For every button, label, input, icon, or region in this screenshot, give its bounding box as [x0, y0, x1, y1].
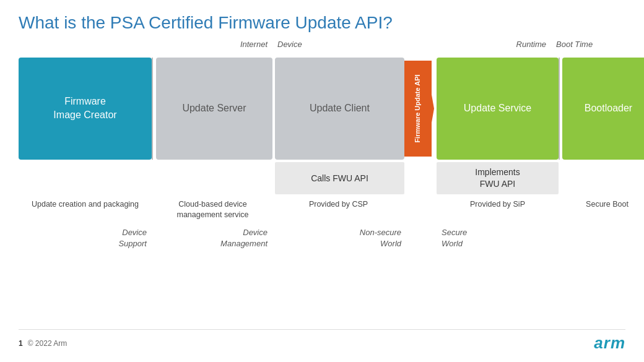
- bl-empty-2: [560, 227, 644, 249]
- bottom-device-mgmt: DeviceManagement: [153, 227, 272, 249]
- box-update-client: Update Client: [275, 58, 404, 160]
- slide: What is the PSA Certified Firmware Updat…: [0, 0, 644, 362]
- desc-server: Cloud-based device management service: [153, 199, 272, 221]
- zone-runtime-label: Runtime: [421, 40, 551, 55]
- zone-empty-2: [402, 40, 421, 55]
- update-client-label: Update Client: [310, 103, 370, 114]
- fwu-api-box: Firmware Update API: [404, 58, 432, 160]
- svg-text:Firmware Update API: Firmware Update API: [414, 74, 421, 142]
- calls-empty-4: [560, 162, 644, 194]
- desc-empty: [404, 199, 432, 221]
- bottom-secure-world: SecureWorld: [437, 227, 559, 249]
- bottom-labels-row: DeviceSupport DeviceManagement Non-secur…: [19, 227, 625, 249]
- diagram: Internet Device Runtime Boot Time Firmwa…: [19, 40, 625, 329]
- footer-left: 1 © 2022 Arm: [19, 339, 67, 348]
- desc-sip: Provided by SiP: [437, 199, 559, 221]
- arm-logo: arm: [594, 334, 625, 353]
- box-update-service: Update Service: [437, 58, 559, 160]
- footer: 1 © 2022 Arm arm: [19, 329, 625, 353]
- calls-fwu-label: Calls FWU API: [311, 173, 368, 183]
- divider-2: [559, 58, 560, 160]
- calls-fwu-box: Calls FWU API: [275, 162, 404, 194]
- implements-fwu-label: ImplementsFWU API: [475, 166, 520, 189]
- desc-boot: Secure Boot: [560, 199, 644, 221]
- page-number: 1: [19, 339, 23, 348]
- bottom-non-secure: Non-secureWorld: [272, 227, 404, 249]
- slide-title: What is the PSA Certified Firmware Updat…: [19, 12, 625, 33]
- desc-csp: Provided by CSP: [272, 199, 404, 221]
- bl-empty: [404, 227, 432, 249]
- firmware-creator-label: FirmwareImage Creator: [53, 95, 116, 123]
- calls-empty-1: [19, 162, 152, 194]
- box-update-server: Update Server: [156, 58, 272, 160]
- bottom-device-support: DeviceSupport: [19, 227, 152, 249]
- calls-row: Calls FWU API ImplementsFWU API: [19, 162, 625, 194]
- bootloader-label: Bootloader: [585, 103, 632, 114]
- divider-1: [152, 58, 153, 160]
- fwu-api-arrow-svg: Firmware Update API: [402, 61, 434, 157]
- desc-firmware: Update creation and packaging: [19, 199, 152, 221]
- zone-labels-row: Internet Device Runtime Boot Time: [19, 40, 625, 55]
- desc-row: Update creation and packaging Cloud-base…: [19, 199, 625, 221]
- calls-empty-2: [153, 162, 272, 194]
- update-server-label: Update Server: [182, 103, 246, 114]
- zone-device-label: Device: [272, 40, 402, 55]
- calls-empty-3: [404, 162, 432, 194]
- implements-fwu-box: ImplementsFWU API: [437, 162, 559, 194]
- box-firmware-creator: FirmwareImage Creator: [19, 58, 152, 160]
- update-service-label: Update Service: [464, 103, 531, 114]
- zone-empty-1: [19, 40, 152, 55]
- main-boxes-row: FirmwareImage Creator Update Server Upda…: [19, 58, 625, 160]
- zone-boot-label: Boot Time: [551, 40, 644, 55]
- copyright-text: © 2022 Arm: [28, 339, 67, 348]
- box-bootloader: Bootloader: [562, 58, 644, 160]
- zone-internet-label: Internet: [152, 40, 272, 55]
